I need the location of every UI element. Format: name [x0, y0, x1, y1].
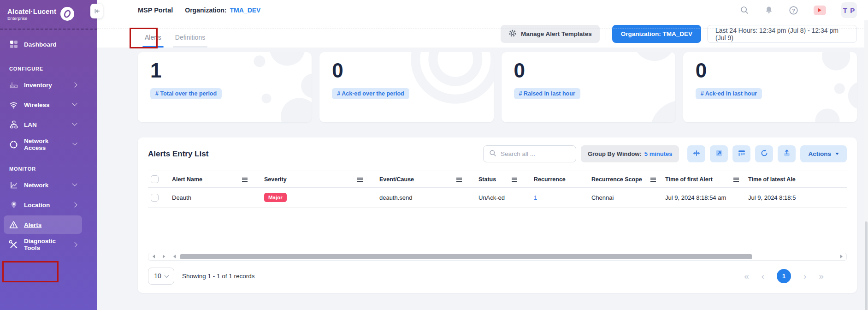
sidebar-item-dashboard[interactable]: Dashboard [4, 35, 82, 54]
sidebar-item-alerts[interactable]: Alerts [4, 215, 82, 234]
search-box [483, 145, 576, 162]
sidebar-item-location[interactable]: Location [4, 196, 82, 214]
stats-row: 1 # Total over the period 0 # Ack-ed ove… [138, 52, 857, 122]
actions-dropdown-button[interactable]: Actions [800, 145, 847, 162]
organization-filter-button[interactable]: Organization: TMA_DEV [612, 25, 701, 43]
user-avatar[interactable]: T P [841, 2, 857, 18]
scrollbar-thumb[interactable] [180, 254, 752, 259]
column-menu-icon[interactable] [733, 178, 739, 182]
manage-alert-templates-button[interactable]: Manage Alert Templates [501, 25, 600, 43]
inventory-icon [9, 81, 18, 89]
table-row[interactable]: Deauth Major deauth.send UnAck-ed 1 Chen… [148, 188, 847, 208]
dashed-separator-sidebar [0, 29, 97, 30]
sidebar-item-label: Location [24, 202, 50, 209]
date-range-picker[interactable]: Last 24 Hours: 12:34 pm (Jul 8) - 12:34 … [707, 25, 857, 43]
video-tutorials-icon[interactable] [814, 6, 826, 15]
last-page-button[interactable]: » [819, 272, 824, 280]
sidebar-item-diagnostic-tools[interactable]: Diagnostic Tools [4, 235, 82, 254]
scroll-step-right-button[interactable] [836, 253, 846, 260]
search-input[interactable] [501, 150, 565, 157]
upload-button[interactable] [778, 145, 796, 162]
empty-space-row [148, 208, 847, 253]
lan-icon [9, 120, 18, 129]
stat-value: 0 [332, 60, 493, 81]
chevron-down-icon [164, 273, 169, 278]
recurrence-link[interactable]: 1 [534, 194, 537, 201]
scroll-left-button[interactable] [148, 253, 159, 260]
alerts-table: Alert Name Severity Event/Cause Status R… [148, 171, 847, 253]
refresh-button[interactable] [755, 145, 773, 162]
page-size-select[interactable]: 10 [148, 268, 174, 285]
topbar-icons: ? T P [740, 2, 857, 18]
tab-label: Alerts [145, 34, 161, 41]
sidebar-item-lan[interactable]: LAN [4, 115, 82, 134]
brand-title: Alcatel·Lucent [7, 7, 56, 15]
sidebar-item-label: Network Access [24, 137, 67, 151]
row-checkbox[interactable] [151, 194, 159, 202]
chevron-down-icon [72, 181, 77, 186]
scroll-step-left-button[interactable] [169, 253, 179, 260]
current-page-button[interactable]: 1 [777, 269, 791, 283]
collapse-arrows-icon [692, 149, 701, 159]
export-button[interactable] [710, 145, 728, 162]
search-icon[interactable] [740, 6, 749, 15]
search-icon [489, 149, 496, 159]
columns-settings-button[interactable] [732, 145, 750, 162]
cell-time-latest-alert: Jul 9, 2024 8:18:5 [745, 188, 847, 208]
cell-event-cause: deauth.send [377, 188, 476, 208]
sidebar: Alcatel·Lucent Enterprise Dashboard CONF… [0, 0, 97, 310]
vertical-scrollbar-thumb[interactable] [865, 221, 868, 310]
pagination: « ‹ 1 › » [744, 269, 847, 283]
first-page-button[interactable]: « [744, 272, 749, 280]
column-menu-icon[interactable] [512, 178, 517, 182]
notifications-bell-icon[interactable] [764, 6, 774, 15]
next-page-button[interactable]: › [803, 272, 806, 280]
topbar: MSP Portal Organization: TMA_DEV ? T P [97, 0, 868, 20]
column-menu-icon[interactable] [456, 178, 462, 182]
sidebar-section-configure: CONFIGURE [9, 66, 82, 72]
main-area: MSP Portal Organization: TMA_DEV ? T P [97, 0, 868, 310]
previous-page-button[interactable]: ‹ [762, 272, 764, 280]
group-by-window-button[interactable]: Group By Window: 5 minutes [581, 145, 679, 162]
tab-definitions[interactable]: Definitions [168, 34, 212, 48]
column-header: Recurrence [534, 176, 566, 183]
help-icon[interactable]: ? [789, 6, 798, 15]
column-header: Recurrence Scope [591, 176, 642, 183]
app-window: Alcatel·Lucent Enterprise Dashboard CONF… [0, 0, 868, 310]
scrollbar-track[interactable] [179, 253, 836, 260]
column-header: Event/Cause [379, 176, 414, 183]
gear-icon [508, 29, 517, 39]
caret-down-icon [835, 153, 839, 155]
triangle-right-icon [840, 255, 843, 258]
sidebar-item-label: Diagnostic Tools [24, 238, 67, 251]
organization-value[interactable]: TMA_DEV [230, 6, 261, 14]
panel-footer: 10 Showing 1 - 1 of 1 records « ‹ 1 › » [138, 261, 857, 293]
sidebar-item-network-access[interactable]: Network Access [4, 135, 82, 154]
column-menu-icon[interactable] [357, 178, 363, 182]
sidebar-item-network[interactable]: Network [4, 176, 82, 194]
select-all-checkbox[interactable] [151, 175, 159, 183]
panel-title: Alerts Entry List [148, 149, 208, 159]
column-header: Time of latest Ale [748, 176, 796, 183]
column-menu-icon[interactable] [650, 178, 656, 182]
panel-toolbar: Group By Window: 5 minutes [483, 145, 847, 162]
sidebar-collapse-button[interactable] [90, 4, 103, 18]
sidebar-item-label: Inventory [24, 82, 52, 89]
column-header: Alert Name [172, 176, 202, 183]
tab-alerts[interactable]: Alerts [138, 34, 168, 48]
svg-text:?: ? [792, 7, 795, 13]
cell-status: UnAck-ed [476, 188, 531, 208]
collapse-columns-button[interactable] [687, 145, 705, 162]
sidebar-item-inventory[interactable]: Inventory [4, 76, 82, 94]
network-chart-icon [9, 181, 18, 190]
cell-time-first-alert: Jul 9, 2024 8:18:54 am [662, 188, 745, 208]
scroll-right-button[interactable] [159, 253, 169, 260]
alerts-entry-list-panel: Alerts Entry List Group By Window: 5 min… [138, 137, 857, 293]
column-menu-icon[interactable] [242, 178, 248, 182]
triangle-right-icon [163, 255, 165, 258]
content-area: 1 # Total over the period 0 # Ack-ed ove… [97, 48, 868, 310]
tab-bar: Alerts Definitions Manage Alert Template… [97, 20, 868, 48]
sidebar-item-wireless[interactable]: Wireless [4, 95, 82, 114]
vertical-scrollbar[interactable] [864, 20, 868, 310]
dashboard-icon [9, 40, 18, 49]
